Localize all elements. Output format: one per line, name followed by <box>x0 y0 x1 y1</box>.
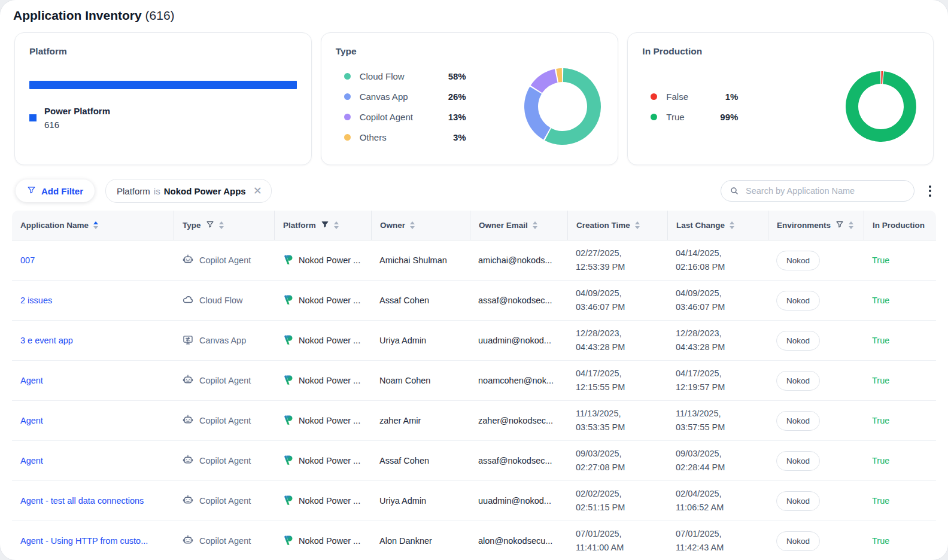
add-filter-button[interactable]: Add Filter <box>16 179 95 202</box>
filter-icon[interactable] <box>835 220 844 230</box>
filter-chip-field: Platform <box>117 186 150 196</box>
timestamp: 12/28/2023,04:43:28 PM <box>576 327 659 354</box>
timestamp: 02/02/2025,02:51:15 PM <box>576 487 659 515</box>
table-header-row: Application NameTypePlatformOwnerOwner E… <box>12 211 936 241</box>
timestamp: 11/13/2025,03:57:55 PM <box>676 407 759 434</box>
column-header-owner-email[interactable]: Owner Email <box>470 211 567 241</box>
type-label: Canvas App <box>199 336 246 345</box>
application-name-link[interactable]: Agent - Using HTTP from custo... <box>20 536 148 546</box>
close-icon[interactable]: ✕ <box>253 185 262 196</box>
application-name-link[interactable]: 007 <box>20 255 35 265</box>
environment-badge: Nokod <box>776 371 820 391</box>
legend-swatch <box>344 114 351 120</box>
owner-email-label: uuadmin@nokod... <box>478 496 551 506</box>
application-name-link[interactable]: 3 e event app <box>20 336 73 345</box>
legend-item: Canvas App26% <box>344 86 466 106</box>
timestamp: 12/28/2023,04:43:28 PM <box>676 327 759 354</box>
legend-value: 1% <box>708 92 738 102</box>
in-production-value: True <box>872 296 889 305</box>
application-name-link[interactable]: Agent <box>20 416 43 425</box>
cloud-icon <box>182 294 194 308</box>
environment-badge: Nokod <box>776 291 820 311</box>
sort-icon[interactable] <box>533 221 537 229</box>
copilot-agent-icon <box>182 254 194 267</box>
filter-icon[interactable] <box>321 220 329 230</box>
legend-label: Cloud Flow <box>360 71 436 81</box>
column-header-last-change[interactable]: Last Change <box>667 211 768 241</box>
table-row: AgentCopilot AgentNokod Power ...Noam Co… <box>12 361 936 401</box>
table-row: 007Copilot AgentNokod Power ...Amichai S… <box>12 241 936 281</box>
environment-badge: Nokod <box>776 411 820 431</box>
type-label: Copilot Agent <box>199 496 251 506</box>
sort-icon[interactable] <box>219 221 224 229</box>
sort-icon[interactable] <box>849 221 853 229</box>
in-production-value: True <box>872 376 889 385</box>
legend-item: True99% <box>651 106 738 127</box>
platform-label: Nokod Power ... <box>299 456 360 465</box>
environment-badge: Nokod <box>776 451 820 471</box>
application-inventory-page: Application Inventory (616) Platform Pow… <box>0 0 948 560</box>
platform-label: Nokod Power ... <box>299 416 360 425</box>
filter-chip[interactable]: Platform is Nokod Power Apps ✕ <box>105 179 272 203</box>
type-label: Copilot Agent <box>199 255 251 265</box>
timestamp: 09/03/2025,02:27:08 PM <box>576 447 659 474</box>
owner-label: Noam Cohen <box>379 376 430 385</box>
page-title-text: Application Inventory <box>13 8 142 22</box>
power-platform-icon <box>282 254 293 267</box>
column-header-owner[interactable]: Owner <box>371 211 470 241</box>
column-header-type[interactable]: Type <box>174 211 274 241</box>
legend-swatch <box>651 114 657 120</box>
sort-icon[interactable] <box>730 221 734 229</box>
column-header-environments[interactable]: Environments <box>768 211 864 241</box>
platform-label: Nokod Power ... <box>299 496 360 506</box>
owner-label: zaher Amir <box>379 416 421 425</box>
legend-value: 3% <box>436 132 466 142</box>
legend-value: 13% <box>436 112 466 122</box>
legend-label: True <box>666 112 708 122</box>
timestamp: 11/13/2025,03:53:35 PM <box>576 407 659 434</box>
in-production-value: True <box>872 496 889 506</box>
search-input[interactable] <box>745 185 906 196</box>
filter-funnel-icon <box>27 185 36 196</box>
in-production-value: True <box>872 456 889 465</box>
power-platform-icon <box>282 495 293 507</box>
applications-table: Application NameTypePlatformOwnerOwner E… <box>12 211 936 560</box>
in-production-card: In Production False1%True99% <box>627 32 934 165</box>
owner-label: Uriya Admin <box>379 336 426 345</box>
type-legend: Cloud Flow58%Canvas App26%Copilot Agent1… <box>336 66 466 147</box>
owner-label: Amichai Shulman <box>379 255 447 265</box>
column-label: Owner <box>380 221 405 230</box>
platform-label: Nokod Power ... <box>299 255 360 265</box>
kebab-menu-icon[interactable] <box>925 183 935 199</box>
copilot-agent-icon <box>182 414 194 428</box>
sort-icon[interactable] <box>635 221 640 229</box>
in-production-donut-chart <box>846 71 916 142</box>
page-title-count: (616) <box>145 8 175 22</box>
type-label: Copilot Agent <box>199 416 251 425</box>
sort-icon[interactable] <box>410 221 415 229</box>
legend-item: Others3% <box>344 127 466 147</box>
application-name-link[interactable]: Agent <box>20 456 43 465</box>
application-name-link[interactable]: Agent <box>20 376 43 385</box>
application-name-link[interactable]: Agent - test all data connections <box>20 496 144 506</box>
legend-item: False1% <box>651 86 738 106</box>
filter-icon[interactable] <box>206 220 214 230</box>
environment-badge: Nokod <box>776 251 820 270</box>
environment-badge: Nokod <box>776 531 820 551</box>
search-box[interactable] <box>721 180 914 202</box>
timestamp: 07/01/2025,11:41:00 AM <box>576 527 659 555</box>
application-name-link[interactable]: 2 issues <box>20 296 52 305</box>
column-header-in-production[interactable]: In Production <box>864 211 936 241</box>
legend-swatch <box>651 93 657 100</box>
sort-icon[interactable] <box>334 221 339 229</box>
owner-label: Uriya Admin <box>379 496 426 506</box>
column-header-application-name[interactable]: Application Name <box>12 211 174 241</box>
in-production-value: True <box>872 416 889 425</box>
column-header-platform[interactable]: Platform <box>274 211 371 241</box>
in-production-legend: False1%True99% <box>642 86 738 127</box>
table-row: AgentCopilot AgentNokod Power ...zaher A… <box>12 401 936 441</box>
sort-icon[interactable] <box>93 221 98 229</box>
legend-value: 616 <box>44 118 110 131</box>
column-header-creation-time[interactable]: Creation Time <box>567 211 667 241</box>
power-platform-icon <box>282 455 293 467</box>
